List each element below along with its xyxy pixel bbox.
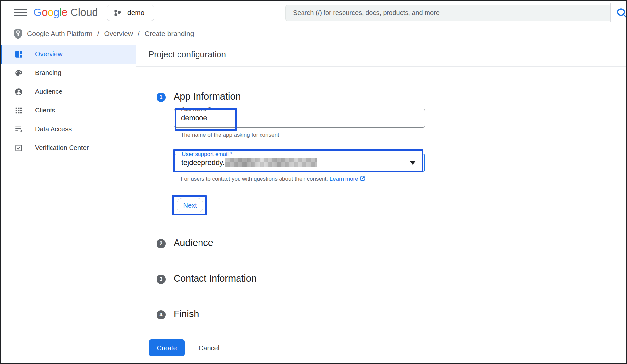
breadcrumb-google-auth-platform[interactable]: Google Auth Platform bbox=[27, 30, 93, 38]
breadcrumb-bar: Google Auth Platform / Overview / Create… bbox=[1, 25, 626, 43]
learn-more-link[interactable]: Learn more bbox=[330, 176, 358, 182]
next-button[interactable]: Next bbox=[177, 198, 203, 212]
sidebar-item-label: Overview bbox=[35, 51, 62, 58]
page-title-bar: Project configuration bbox=[136, 43, 626, 67]
menu-icon[interactable] bbox=[14, 9, 27, 17]
search-icon[interactable] bbox=[616, 7, 627, 20]
sidebar-nav: Overview Branding Audience bbox=[1, 43, 136, 363]
breadcrumb: Google Auth Platform / Overview / Create… bbox=[27, 25, 194, 43]
sidebar-item-label: Verification Center bbox=[35, 144, 89, 152]
step-number: 3 bbox=[160, 276, 163, 282]
palette-icon bbox=[14, 69, 23, 77]
main-content: Project configuration 1 App Information … bbox=[136, 43, 626, 363]
app-name-value: demooe bbox=[181, 109, 207, 127]
step-1-circle: 1 bbox=[157, 93, 166, 102]
sidebar-item-audience[interactable]: Audience bbox=[1, 82, 136, 101]
sidebar-item-label: Data Access bbox=[35, 125, 72, 133]
create-button[interactable]: Create bbox=[149, 339, 185, 356]
step-number: 2 bbox=[160, 241, 163, 247]
dropdown-arrow-icon[interactable] bbox=[410, 161, 416, 165]
breadcrumb-overview[interactable]: Overview bbox=[104, 30, 133, 38]
support-email-helper-body: For users to contact you with questions … bbox=[181, 176, 328, 182]
project-hexagons-icon bbox=[113, 8, 122, 17]
auth-platform-shield-icon bbox=[12, 28, 24, 40]
overview-icon bbox=[14, 50, 23, 59]
support-email-value-text: tejdeepreddy. bbox=[181, 158, 225, 167]
stepper-connector bbox=[161, 289, 161, 298]
google-cloud-logo[interactable]: GoogleCloud bbox=[33, 6, 98, 19]
sidebar-item-label: Branding bbox=[35, 69, 61, 77]
app-name-input[interactable]: App name * demooe bbox=[174, 109, 425, 128]
support-email-value: tejdeepreddy. bbox=[181, 154, 317, 171]
sidebar-item-clients[interactable]: Clients bbox=[1, 101, 136, 120]
page-title: Project configuration bbox=[148, 43, 226, 66]
sidebar-item-overview[interactable]: Overview bbox=[1, 45, 136, 64]
step-3-heading: Contact Information bbox=[174, 273, 257, 284]
sidebar-item-label: Audience bbox=[35, 88, 62, 95]
step-4-circle: 4 bbox=[157, 310, 166, 319]
top-app-bar: GoogleCloud demo Search (/) for resource… bbox=[1, 1, 626, 25]
sidebar-item-label: Clients bbox=[35, 107, 55, 114]
step-4-heading: Finish bbox=[174, 309, 199, 319]
google-cloud-console-window: GoogleCloud demo Search (/) for resource… bbox=[0, 0, 627, 364]
logo-letter: G bbox=[33, 6, 42, 18]
step-2-heading: Audience bbox=[174, 237, 213, 248]
search-placeholder: Search (/) for resources, docs, products… bbox=[293, 9, 440, 17]
support-email-select[interactable]: User support email * tejdeepreddy. bbox=[174, 154, 425, 172]
sidebar-item-verification-center[interactable]: Verification Center bbox=[1, 138, 136, 157]
breadcrumb-separator: / bbox=[97, 30, 99, 38]
step-number: 4 bbox=[160, 312, 163, 318]
breadcrumb-separator: / bbox=[138, 30, 140, 38]
search-input[interactable]: Search (/) for resources, docs, products… bbox=[285, 5, 610, 21]
project-name: demo bbox=[127, 9, 145, 17]
step-1-heading: App Information bbox=[174, 91, 241, 102]
step-number: 1 bbox=[160, 94, 163, 100]
person-icon bbox=[14, 87, 23, 96]
external-link-icon bbox=[360, 176, 365, 181]
sidebar-item-branding[interactable]: Branding bbox=[1, 64, 136, 82]
data-access-icon bbox=[14, 125, 23, 133]
header-divider bbox=[610, 3, 611, 22]
verification-icon bbox=[14, 143, 23, 152]
support-email-helper-text: For users to contact you with questions … bbox=[181, 176, 365, 182]
app-name-helper-text: The name of the app asking for consent bbox=[181, 132, 279, 138]
redacted-email-blur bbox=[225, 158, 317, 167]
step-3-circle: 3 bbox=[157, 275, 166, 284]
step-2-circle: 2 bbox=[157, 239, 166, 248]
stepper-connector bbox=[161, 253, 161, 262]
logo-product-name: Cloud bbox=[70, 6, 98, 18]
stepper-line bbox=[161, 106, 161, 226]
breadcrumb-create-branding: Create branding bbox=[145, 30, 194, 38]
apps-grid-icon bbox=[14, 106, 23, 115]
project-selector[interactable]: demo bbox=[107, 5, 154, 21]
sidebar-item-data-access[interactable]: Data Access bbox=[1, 120, 136, 138]
cancel-button[interactable]: Cancel bbox=[191, 339, 227, 356]
